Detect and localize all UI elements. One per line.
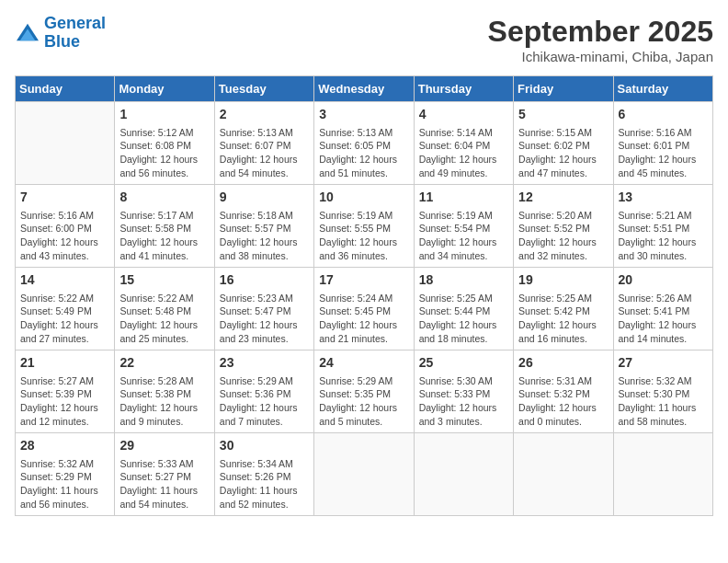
calendar-cell [16,102,115,185]
calendar-header-tuesday: Tuesday [214,76,313,102]
day-number: 30 [220,437,309,455]
calendar-cell: 3Sunrise: 5:13 AM Sunset: 6:05 PM Daylig… [314,102,414,185]
calendar-cell: 15Sunrise: 5:22 AM Sunset: 5:48 PM Dayli… [115,268,214,350]
day-number: 8 [119,189,209,207]
calendar-cell: 12Sunrise: 5:20 AM Sunset: 5:52 PM Dayli… [514,185,613,268]
day-number: 25 [419,354,508,373]
calendar-header-sunday: Sunday [16,76,115,102]
calendar-table: SundayMondayTuesdayWednesdayThursdayFrid… [15,75,713,516]
calendar-cell: 30Sunrise: 5:34 AM Sunset: 5:26 PM Dayli… [214,433,313,516]
day-number: 21 [20,354,109,373]
day-number: 23 [220,354,309,373]
calendar-cell: 16Sunrise: 5:23 AM Sunset: 5:47 PM Dayli… [214,268,313,350]
day-number: 9 [220,189,309,207]
day-number: 29 [119,437,209,455]
day-number: 10 [319,189,408,207]
calendar-cell: 11Sunrise: 5:19 AM Sunset: 5:54 PM Dayli… [414,185,513,268]
day-info: Sunrise: 5:27 AM Sunset: 5:39 PM Dayligh… [20,374,109,429]
day-info: Sunrise: 5:18 AM Sunset: 5:57 PM Dayligh… [220,209,309,263]
calendar-cell: 26Sunrise: 5:31 AM Sunset: 5:32 PM Dayli… [514,350,613,433]
calendar-cell: 8Sunrise: 5:17 AM Sunset: 5:58 PM Daylig… [115,185,214,268]
calendar-cell: 13Sunrise: 5:21 AM Sunset: 5:51 PM Dayli… [613,185,712,268]
day-number: 2 [220,106,309,124]
day-number: 7 [20,189,109,207]
calendar-cell: 4Sunrise: 5:14 AM Sunset: 6:04 PM Daylig… [414,102,513,185]
day-info: Sunrise: 5:28 AM Sunset: 5:38 PM Dayligh… [119,374,209,429]
day-info: Sunrise: 5:29 AM Sunset: 5:36 PM Dayligh… [220,374,309,429]
calendar-cell: 6Sunrise: 5:16 AM Sunset: 6:01 PM Daylig… [613,102,712,185]
calendar-header-friday: Friday [514,76,613,102]
day-info: Sunrise: 5:30 AM Sunset: 5:33 PM Dayligh… [419,374,508,429]
day-number: 15 [119,271,209,290]
day-info: Sunrise: 5:32 AM Sunset: 5:30 PM Dayligh… [619,374,708,429]
calendar-cell: 25Sunrise: 5:30 AM Sunset: 5:33 PM Dayli… [414,350,513,433]
location-subtitle: Ichikawa-minami, Chiba, Japan [488,49,713,64]
day-number: 6 [619,106,708,124]
day-number: 5 [518,106,608,124]
logo-line2: Blue [44,32,80,51]
calendar-cell [613,433,712,516]
calendar-week-4: 21Sunrise: 5:27 AM Sunset: 5:39 PM Dayli… [16,350,713,433]
calendar-cell: 18Sunrise: 5:25 AM Sunset: 5:44 PM Dayli… [414,268,513,350]
day-number: 19 [518,271,608,290]
calendar-cell: 24Sunrise: 5:29 AM Sunset: 5:35 PM Dayli… [314,350,414,433]
day-info: Sunrise: 5:29 AM Sunset: 5:35 PM Dayligh… [319,374,408,429]
day-number: 26 [518,354,608,373]
day-info: Sunrise: 5:21 AM Sunset: 5:51 PM Dayligh… [619,209,708,263]
calendar-header-thursday: Thursday [414,76,513,102]
calendar-cell: 28Sunrise: 5:32 AM Sunset: 5:29 PM Dayli… [16,433,115,516]
day-info: Sunrise: 5:20 AM Sunset: 5:52 PM Dayligh… [518,209,608,263]
day-number: 28 [20,437,109,455]
calendar-cell [314,433,414,516]
calendar-header-wednesday: Wednesday [314,76,414,102]
day-info: Sunrise: 5:19 AM Sunset: 5:55 PM Dayligh… [319,209,408,263]
day-info: Sunrise: 5:23 AM Sunset: 5:47 PM Dayligh… [220,292,309,346]
calendar-cell: 1Sunrise: 5:12 AM Sunset: 6:08 PM Daylig… [115,102,214,185]
day-number: 18 [419,271,508,290]
calendar-cell: 29Sunrise: 5:33 AM Sunset: 5:27 PM Dayli… [115,433,214,516]
calendar-week-1: 1Sunrise: 5:12 AM Sunset: 6:08 PM Daylig… [16,102,713,185]
day-number: 17 [319,271,408,290]
calendar-header-saturday: Saturday [613,76,712,102]
day-info: Sunrise: 5:14 AM Sunset: 6:04 PM Dayligh… [419,126,508,180]
day-info: Sunrise: 5:13 AM Sunset: 6:07 PM Dayligh… [220,126,309,180]
calendar-cell: 5Sunrise: 5:15 AM Sunset: 6:02 PM Daylig… [514,102,613,185]
calendar-cell: 22Sunrise: 5:28 AM Sunset: 5:38 PM Dayli… [115,350,214,433]
calendar-cell: 10Sunrise: 5:19 AM Sunset: 5:55 PM Dayli… [314,185,414,268]
day-info: Sunrise: 5:32 AM Sunset: 5:29 PM Dayligh… [20,457,109,511]
title-block: September 2025 Ichikawa-minami, Chiba, J… [488,15,713,64]
calendar-cell: 14Sunrise: 5:22 AM Sunset: 5:49 PM Dayli… [16,268,115,350]
day-number: 16 [220,271,309,290]
day-info: Sunrise: 5:16 AM Sunset: 6:01 PM Dayligh… [619,126,708,180]
page-header: General Blue September 2025 Ichikawa-min… [15,15,713,64]
day-number: 22 [119,354,209,373]
calendar-cell: 27Sunrise: 5:32 AM Sunset: 5:30 PM Dayli… [613,350,712,433]
calendar-cell: 7Sunrise: 5:16 AM Sunset: 6:00 PM Daylig… [16,185,115,268]
calendar-cell: 21Sunrise: 5:27 AM Sunset: 5:39 PM Dayli… [16,350,115,433]
day-info: Sunrise: 5:16 AM Sunset: 6:00 PM Dayligh… [20,209,109,263]
day-number: 1 [119,106,209,124]
day-info: Sunrise: 5:17 AM Sunset: 5:58 PM Dayligh… [119,209,209,263]
calendar-week-2: 7Sunrise: 5:16 AM Sunset: 6:00 PM Daylig… [16,185,713,268]
day-info: Sunrise: 5:22 AM Sunset: 5:49 PM Dayligh… [20,292,109,346]
day-info: Sunrise: 5:26 AM Sunset: 5:41 PM Dayligh… [619,292,708,346]
calendar-cell [414,433,513,516]
day-info: Sunrise: 5:15 AM Sunset: 6:02 PM Dayligh… [518,126,608,180]
day-info: Sunrise: 5:33 AM Sunset: 5:27 PM Dayligh… [119,457,209,511]
calendar-cell: 9Sunrise: 5:18 AM Sunset: 5:57 PM Daylig… [214,185,313,268]
calendar-cell: 23Sunrise: 5:29 AM Sunset: 5:36 PM Dayli… [214,350,313,433]
calendar-week-3: 14Sunrise: 5:22 AM Sunset: 5:49 PM Dayli… [16,268,713,350]
day-number: 13 [619,189,708,207]
day-info: Sunrise: 5:13 AM Sunset: 6:05 PM Dayligh… [319,126,408,180]
calendar-cell: 20Sunrise: 5:26 AM Sunset: 5:41 PM Dayli… [613,268,712,350]
day-info: Sunrise: 5:22 AM Sunset: 5:48 PM Dayligh… [119,292,209,346]
logo-icon [15,22,40,44]
logo-line1: General [44,14,106,32]
day-info: Sunrise: 5:25 AM Sunset: 5:44 PM Dayligh… [419,292,508,346]
day-number: 4 [419,106,508,124]
day-number: 27 [619,354,708,373]
day-number: 24 [319,354,408,373]
calendar-body: 1Sunrise: 5:12 AM Sunset: 6:08 PM Daylig… [16,102,713,516]
calendar-header-monday: Monday [115,76,214,102]
day-info: Sunrise: 5:31 AM Sunset: 5:32 PM Dayligh… [518,374,608,429]
